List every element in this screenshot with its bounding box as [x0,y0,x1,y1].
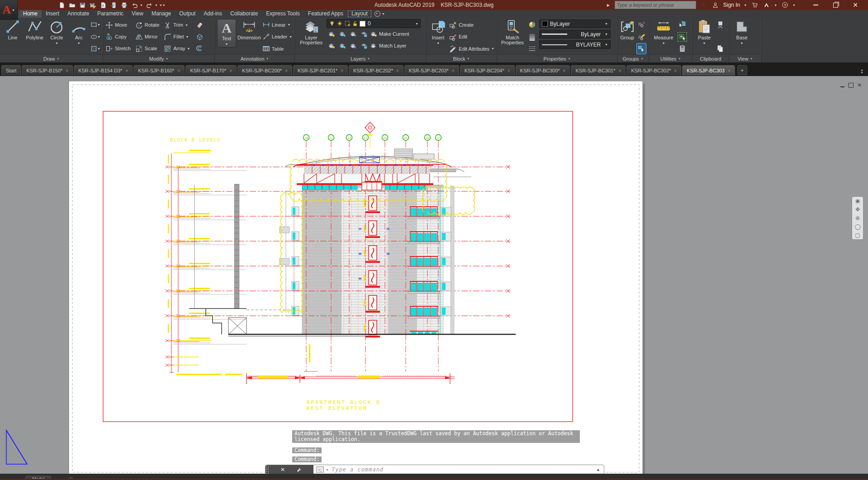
layer-lock-button[interactable] [359,29,369,39]
close-icon[interactable]: × [66,68,68,73]
quick-select-button[interactable] [677,19,687,30]
redo-dropdown[interactable]: ▼ [155,4,158,7]
panel-label-layers[interactable]: Layers▼ [295,54,426,62]
command-line-bar[interactable]: ✕ >_ ▼ ▲ [265,465,604,475]
customize-wrench-icon[interactable] [296,467,302,473]
paste-dropdown[interactable]: ▼ [703,41,706,46]
ellipse-button[interactable]: ▼ [90,31,100,43]
layer-freeze-button[interactable] [348,29,358,39]
new-button[interactable] [58,1,66,9]
table-button[interactable]: Table [262,43,292,54]
layer-combo[interactable]: 0 ▼ [327,19,421,28]
close-icon[interactable]: × [396,68,399,73]
close-icon[interactable]: × [563,68,566,73]
sign-in-dropdown-icon[interactable]: ▼ [744,4,747,7]
help-icon[interactable] [781,1,789,9]
trim-button[interactable]: Trim▼ [164,19,190,31]
doc-close-button[interactable]: ✕ [858,82,862,88]
showmotion-icon[interactable]: ▢ [855,232,860,238]
lineweight-icon[interactable] [527,31,537,43]
insert-dropdown[interactable]: ▼ [436,41,440,46]
leader-button[interactable]: Leader▼ [262,31,292,43]
close-icon[interactable]: × [229,68,232,73]
scale-button[interactable]: Scale [135,43,159,54]
file-tab[interactable]: KSR-SJP-B150*× [22,65,73,76]
search-input[interactable] [615,1,696,9]
arc-dropdown[interactable]: ▼ [77,41,81,46]
group-button[interactable]: Group [618,19,636,40]
layer-unlock-icon[interactable] [352,20,358,27]
offset-button[interactable] [195,43,205,54]
group-selection-toggle[interactable] [636,43,646,54]
base-button[interactable]: Base▼ [731,19,752,46]
save-as-button[interactable] [89,1,97,9]
close-icon[interactable]: × [452,68,455,73]
sign-in-button[interactable]: Sign In [723,2,740,8]
panel-label-groups[interactable]: Groups▼ [617,54,649,62]
tab-manage[interactable]: Manage [147,10,175,18]
application-menu-button[interactable]: A ▼ [0,0,18,20]
restore-button[interactable] [825,0,845,10]
tab-parametric[interactable]: Parametric [93,10,128,18]
stretch-button[interactable]: Stretch [105,43,131,54]
close-button[interactable]: ✕ [845,0,865,10]
layer-isolate-button[interactable] [337,29,347,39]
command-close-icon[interactable]: ✕ [280,466,285,473]
layer-properties-button[interactable]: Layer Properties [297,19,325,45]
doc-minimize-button[interactable] [840,86,844,87]
base-dropdown[interactable]: ▼ [740,41,744,46]
explode-button[interactable] [195,31,205,42]
layer-thaw-all-button[interactable] [348,40,358,51]
copy-clip-button[interactable] [715,43,725,54]
panel-label-block[interactable]: Block▼ [426,54,497,62]
close-icon[interactable]: × [728,68,730,73]
cut-clip-button[interactable] [715,19,725,30]
line-button[interactable]: Line [2,19,23,40]
block-create-button[interactable]: Create [449,19,494,30]
color-wheel-icon[interactable] [527,19,537,30]
text-button[interactable]: Text▼ [217,19,236,48]
tab-output[interactable]: Output [175,10,199,18]
help-dropdown-icon[interactable]: ▼ [792,4,796,7]
doc-restore-button[interactable] [849,83,854,88]
panel-label-draw[interactable]: Draw▼ [0,54,103,62]
ungroup-button[interactable] [636,19,646,30]
undo-button[interactable] [131,1,138,9]
erase-button[interactable] [195,19,205,30]
panel-label-utilities[interactable]: Utilities▼ [649,54,692,62]
hatch-button[interactable]: ▼ [90,43,100,54]
tab-addins[interactable]: Add-ins [199,10,226,18]
group-edit-button[interactable] [636,31,646,43]
paste-button[interactable]: Paste▼ [695,19,714,46]
match-properties-button[interactable]: Match Properties [499,19,526,45]
make-current-button[interactable]: Make Current [370,29,409,40]
linetype-combo[interactable]: BYLAYER▼ [539,40,611,49]
rectangle-button[interactable]: ▼ [90,19,100,30]
layer-unisolate-button[interactable] [337,40,347,51]
share-mobile-button[interactable] [110,1,118,9]
panel-label-modify[interactable]: Modify▼ [103,54,214,62]
tab-insert[interactable]: Insert [42,10,63,18]
layer-thaw-icon[interactable] [337,20,343,27]
close-icon[interactable]: × [619,68,621,73]
app-store-cart-icon[interactable] [750,1,759,9]
layer-unlock-button[interactable] [359,40,369,51]
file-tab[interactable]: KSR-SJP-BC201*× [293,65,348,76]
file-tab-start[interactable]: Start [1,65,21,76]
undo-dropdown[interactable]: ▼ [140,4,143,7]
search-icon[interactable] [700,1,708,9]
full-navigation-wheel-icon[interactable]: ◉ [855,198,860,204]
redo-button[interactable] [146,1,153,9]
drawing-canvas[interactable]: BLOCK B LEVELS [0,76,868,474]
navigation-bar[interactable]: ◉ ✥ ⊕ ◯ ▢ [852,196,863,240]
autodesk-360-icon[interactable] [762,1,770,9]
tab-featured-apps[interactable]: Featured Apps [304,10,347,18]
move-button[interactable]: Move [105,19,131,31]
panel-label-annotation[interactable]: Annotation▼ [215,54,294,62]
circle-dropdown[interactable]: ▼ [55,41,58,46]
fillet-button[interactable]: Fillet▼ [164,31,190,43]
zoom-icon[interactable]: ⊕ [855,215,860,221]
close-icon[interactable]: × [177,68,180,73]
file-tab[interactable]: KSR-SJP-BC204*× [460,65,515,76]
arc-button[interactable]: Arc▼ [68,19,89,46]
